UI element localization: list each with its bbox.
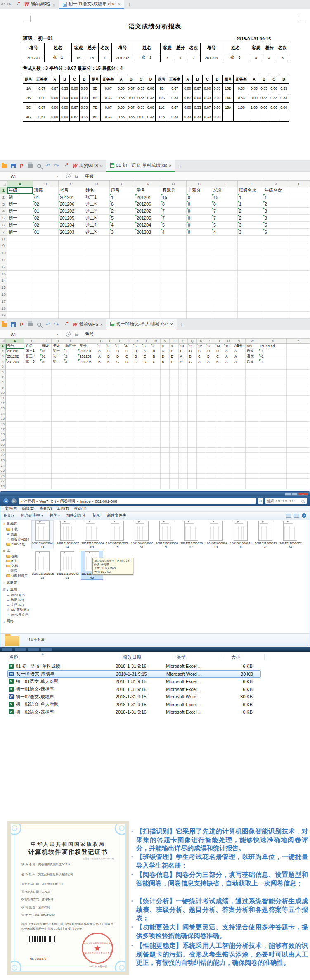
sheet-cell[interactable]: [33, 305, 59, 312]
sheet-cell[interactable]: [188, 442, 197, 448]
sheet-cell[interactable]: [259, 380, 287, 385]
sheet-cell[interactable]: [40, 442, 52, 448]
chevron-down-icon[interactable]: ▾: [57, 332, 58, 336]
sheet-cell[interactable]: [170, 385, 179, 391]
sheet-cell[interactable]: [170, 406, 179, 411]
sheet-cell[interactable]: [133, 479, 142, 484]
sheet-cell[interactable]: 姓名: [84, 187, 110, 194]
sheet-cell[interactable]: C: [188, 359, 197, 365]
sheet-cell[interactable]: 初一: [7, 215, 33, 222]
sheet-cell[interactable]: [115, 453, 124, 458]
sheet-cell[interactable]: C: [151, 359, 161, 365]
sheet-cell[interactable]: [215, 380, 224, 385]
sheet-cell[interactable]: [135, 284, 161, 291]
new-tab-icon[interactable]: +: [178, 163, 182, 169]
sheet-cell[interactable]: [64, 463, 78, 469]
sheet-cell[interactable]: [106, 364, 115, 370]
row-header[interactable]: 8: [0, 236, 7, 243]
sheet-cell[interactable]: 3: [115, 344, 124, 349]
sheet-cell[interactable]: 1: [238, 201, 263, 208]
taskbar-button[interactable]: [28, 648, 39, 651]
sheet-cell[interactable]: [33, 242, 59, 249]
file-row[interactable]: X初一02语文-单人对照2018-1-31 9:15Microsoft Exce…: [7, 701, 261, 708]
sheet-cell[interactable]: [124, 411, 133, 417]
sheet-cell[interactable]: [115, 401, 124, 406]
sheet-cell[interactable]: [263, 277, 289, 284]
sheet-cell[interactable]: B: [106, 354, 115, 359]
sheet-cell[interactable]: [289, 284, 310, 291]
sheet-cell[interactable]: [161, 385, 170, 391]
file-thumbnail[interactable]: 180131095955704: [57, 521, 78, 549]
sheet-cell[interactable]: 2: [263, 201, 289, 208]
sheet-cell[interactable]: [110, 263, 135, 271]
sheet-cell[interactable]: 9: [170, 344, 179, 349]
sheet-cell[interactable]: [78, 463, 97, 469]
sheet-cell[interactable]: [259, 463, 287, 469]
sheet-cell[interactable]: [33, 263, 59, 271]
sheet-cell[interactable]: C: [124, 349, 133, 354]
sheet-cell[interactable]: [170, 463, 179, 469]
sheet-cell[interactable]: [40, 422, 52, 427]
sheet-cell[interactable]: [151, 396, 161, 401]
sheet-cell[interactable]: [64, 396, 78, 401]
sheet-cell[interactable]: [40, 416, 52, 422]
sheet-cell[interactable]: [233, 437, 246, 443]
sheet-cell[interactable]: [170, 427, 179, 432]
row-header[interactable]: 7: [0, 229, 7, 236]
sheet-cell[interactable]: [246, 396, 259, 401]
sheet-cell[interactable]: [6, 416, 24, 422]
sheet-cell[interactable]: [197, 437, 206, 443]
sidebar-item[interactable]: ●网络: [0, 619, 29, 624]
sheet-cell[interactable]: [106, 479, 115, 484]
menu-item[interactable]: 帮助(H): [72, 506, 89, 511]
sheet-cell[interactable]: [161, 277, 187, 284]
sheet-cell[interactable]: [161, 401, 170, 406]
sheet-cell[interactable]: [24, 442, 40, 448]
sheet-cell[interactable]: [287, 442, 310, 448]
sheet-cell[interactable]: [287, 401, 310, 406]
sheet-cell[interactable]: [97, 437, 106, 443]
sheet-cell[interactable]: [7, 298, 33, 305]
sheet-cell[interactable]: 7: [161, 215, 187, 222]
sheet-cell[interactable]: 7: [151, 344, 161, 349]
sheet-cell[interactable]: [206, 468, 215, 474]
sheet-cell[interactable]: [133, 442, 142, 448]
sheet-cell[interactable]: [259, 437, 287, 443]
file-thumbnail[interactable]: 180131100001198: [230, 521, 251, 549]
row-header[interactable]: 4: [0, 208, 7, 215]
file-row[interactable]: X初一01语文-单人对照2018-1-31 9:15Microsoft Exce…: [7, 678, 261, 685]
sheet-cell[interactable]: SN: [246, 344, 259, 349]
sheet-cell[interactable]: [238, 284, 263, 291]
sheet-cell[interactable]: [59, 291, 84, 298]
sheet-cell[interactable]: [233, 422, 246, 427]
sheet-cell[interactable]: [263, 305, 289, 312]
sheet-cell[interactable]: [215, 448, 224, 453]
sheet-cell[interactable]: [84, 298, 110, 305]
sheet-cell[interactable]: 初一: [52, 349, 64, 354]
sheet-cell[interactable]: [238, 305, 263, 312]
save-icon[interactable]: [9, 320, 17, 328]
sheet-cell[interactable]: [84, 305, 110, 312]
sheet-cell[interactable]: [246, 375, 259, 380]
row-header[interactable]: 24: [0, 463, 6, 469]
sheet-cell[interactable]: [170, 380, 179, 385]
sheet-cell[interactable]: [287, 448, 310, 453]
sheet-cell[interactable]: [97, 396, 106, 401]
sheet-cell[interactable]: [259, 468, 287, 474]
column-header[interactable]: N: [161, 339, 170, 344]
sheet-cell[interactable]: 02: [33, 215, 59, 222]
sheet-cell[interactable]: [206, 406, 215, 411]
sheet-cell[interactable]: [142, 390, 151, 396]
sheet-cell[interactable]: [142, 406, 151, 411]
sheet-cell[interactable]: C: [124, 354, 133, 359]
sheet-cell[interactable]: [238, 277, 263, 284]
sheet-cell[interactable]: [224, 432, 233, 437]
sheet-cell[interactable]: [238, 271, 263, 278]
row-header[interactable]: 14: [0, 411, 6, 417]
sheet-cell[interactable]: 考号: [59, 187, 84, 194]
sheet-cell[interactable]: [106, 458, 115, 463]
sheet-cell[interactable]: [259, 442, 287, 448]
sheet-cell[interactable]: [224, 375, 233, 380]
tab-my-wps[interactable]: W 我的WPS ×: [21, 0, 59, 9]
sheet-cell[interactable]: [40, 474, 52, 479]
